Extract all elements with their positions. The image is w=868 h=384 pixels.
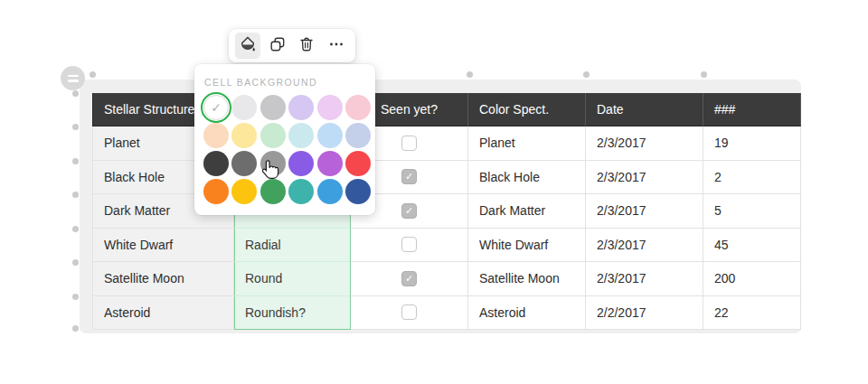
cell-seen[interactable] (351, 296, 468, 331)
color-swatch[interactable] (231, 179, 257, 204)
cell-stellar[interactable]: Satellite Moon (92, 262, 234, 296)
cell-date[interactable]: 2/2/2017 (586, 296, 703, 331)
grid-dot (72, 259, 79, 266)
color-swatch[interactable] (317, 179, 343, 204)
seen-checkbox[interactable] (401, 304, 417, 320)
color-swatch[interactable] (288, 123, 314, 148)
cell-background-popup: CELL BACKGROUND (194, 64, 375, 215)
delete-button[interactable] (295, 33, 320, 59)
color-swatch-selected[interactable] (203, 95, 229, 120)
color-swatch[interactable] (345, 95, 371, 120)
duplicate-icon (269, 35, 287, 56)
color-swatch[interactable] (231, 151, 257, 176)
duplicate-button[interactable] (265, 33, 290, 59)
color-swatch[interactable] (203, 123, 229, 148)
color-swatch[interactable] (288, 151, 314, 176)
cell-date[interactable]: 2/3/2017 (586, 126, 703, 161)
color-swatch[interactable] (231, 123, 257, 148)
cell-spect[interactable]: Satellite Moon (468, 262, 586, 296)
cell-date[interactable]: 2/3/2017 (586, 262, 703, 296)
swatch-grid (194, 95, 375, 212)
color-swatch[interactable] (260, 95, 286, 120)
grid-dot (72, 226, 79, 232)
cell-date[interactable]: 2/3/2017 (586, 194, 703, 229)
color-swatch[interactable] (203, 151, 229, 176)
grid-dot (701, 71, 707, 78)
color-swatch[interactable] (288, 95, 314, 120)
color-swatch[interactable] (317, 123, 343, 148)
cell-stellar[interactable]: Asteroid (92, 296, 234, 331)
grid-dot (467, 71, 473, 78)
cell-date[interactable]: 2/3/2017 (586, 161, 703, 195)
seen-checkbox[interactable] (401, 203, 417, 219)
grid-dot (72, 124, 79, 130)
mouse-cursor-icon (260, 159, 282, 184)
cell-spect[interactable]: Dark Matter (468, 194, 586, 229)
cell-num[interactable]: 200 (703, 262, 801, 296)
seen-checkbox[interactable] (401, 271, 417, 286)
more-icon (327, 35, 345, 56)
grid-dot (72, 294, 79, 300)
cell-shape[interactable]: Roundish? (234, 296, 351, 331)
grid-dot (72, 325, 79, 332)
color-swatch[interactable] (260, 123, 286, 148)
header-color-spect[interactable]: Color Spect. (468, 93, 586, 126)
cell-spect[interactable]: Planet (468, 126, 586, 161)
cell-date[interactable]: 2/3/2017 (586, 229, 703, 263)
header-date[interactable]: Date (586, 93, 703, 126)
color-swatch[interactable] (345, 179, 371, 204)
color-swatch[interactable] (203, 179, 229, 204)
seen-checkbox[interactable] (401, 169, 417, 184)
color-swatch[interactable] (345, 151, 371, 176)
cell-shape[interactable]: Radial (234, 229, 351, 263)
color-swatch[interactable] (345, 123, 371, 148)
cell-num[interactable]: 22 (703, 296, 801, 331)
cell-spect[interactable]: Black Hole (468, 161, 586, 195)
grid-dot (72, 192, 79, 198)
cell-num[interactable]: 19 (703, 126, 801, 161)
cell-spect[interactable]: Asteroid (468, 296, 586, 331)
color-swatch[interactable] (288, 179, 314, 204)
grid-dot (72, 90, 79, 97)
color-swatch[interactable] (317, 95, 343, 120)
color-swatch[interactable] (317, 151, 343, 176)
cell-toolbar (229, 29, 355, 62)
cell-num[interactable]: 2 (703, 161, 801, 195)
table-drag-handle[interactable] (61, 66, 85, 90)
trash-icon (297, 35, 316, 56)
cell-seen[interactable] (351, 262, 468, 296)
cell-num[interactable]: 45 (703, 229, 801, 263)
fill-color-button[interactable] (235, 33, 260, 59)
paint-bucket-icon (238, 34, 258, 57)
more-options-button[interactable] (324, 33, 349, 59)
seen-checkbox[interactable] (401, 237, 417, 252)
cell-shape[interactable]: Round (234, 262, 351, 296)
seen-checkbox[interactable] (401, 136, 417, 151)
cell-stellar[interactable]: White Dwarf (92, 229, 234, 263)
cell-spect[interactable]: White Dwarf (468, 229, 586, 263)
grid-dot (583, 71, 590, 78)
cell-seen[interactable] (351, 229, 468, 263)
color-swatch[interactable] (231, 95, 257, 120)
design-canvas: Stellar Structure Seen yet? Color Spect.… (0, 0, 868, 384)
grid-dot (90, 71, 96, 78)
header-num[interactable]: ### (703, 93, 801, 126)
grid-dot (72, 158, 79, 164)
cell-num[interactable]: 5 (703, 194, 801, 229)
popup-title: CELL BACKGROUND (194, 64, 375, 95)
